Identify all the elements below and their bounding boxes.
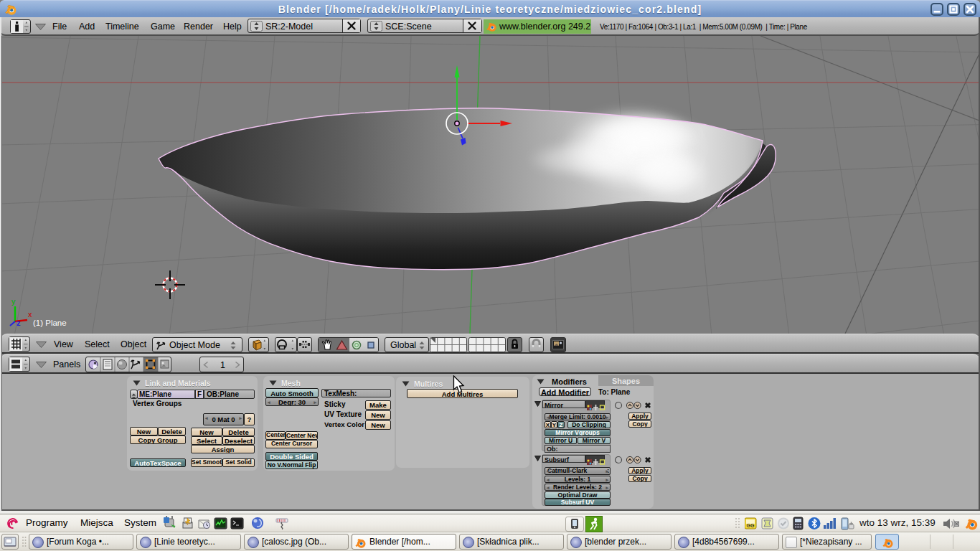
svg-text:(1) Plane: (1) Plane [33,319,67,327]
svg-text:GG: GG [747,523,755,528]
svg-text:z: z [17,319,21,327]
svg-text:y: y [11,297,16,306]
svg-text:x: x [28,310,32,319]
